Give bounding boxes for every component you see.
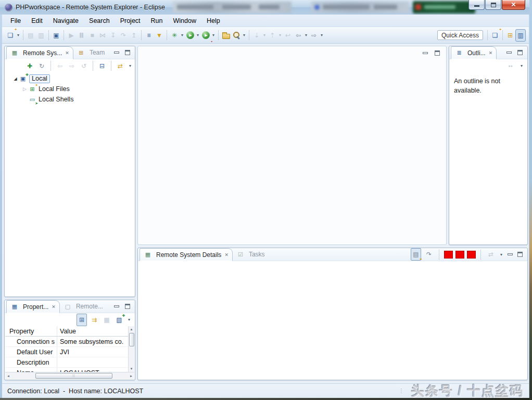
new-wizard-dropdown[interactable]: ▾ [16,33,21,37]
menu-file[interactable]: File [5,16,26,26]
step-over-button[interactable]: ↷ [118,29,129,42]
menu-edit[interactable]: Edit [26,16,48,26]
close-view-icon[interactable]: ✕ [65,50,69,56]
forward-dropdown[interactable]: ▾ [319,33,324,37]
tree-item-local-files[interactable]: ▷ ⊞✦ Local Files [5,84,135,94]
new-connection-button[interactable]: ✚ [24,60,35,72]
view-menu-dropdown[interactable]: ▾ [126,317,132,322]
close-button[interactable]: ✕ [502,0,525,10]
open-perspective-button[interactable]: ❏ ✦ [490,29,500,42]
table-row[interactable]: Name LOCALHOST [5,368,128,372]
scrollbar-thumb[interactable] [35,373,112,379]
maximize-view-button[interactable] [124,303,131,310]
show-tree-button[interactable]: ⊞ [77,314,87,326]
tab-remote-system-details[interactable]: ▦ Remote System Details ✕ [140,248,233,261]
tab-properties[interactable]: ▦ Propert... ✕ [6,300,60,313]
back-button[interactable]: ⇦ [293,29,303,42]
minimize-view-button[interactable] [506,251,514,258]
perspective-team-button[interactable]: ⊞ [505,29,515,42]
disconnect-button[interactable]: ⋈ [97,29,108,42]
run-button[interactable]: ▶ [185,29,195,42]
tab-outline[interactable]: ≣ Outli... ✕ [451,46,497,59]
refresh-details-button[interactable]: ↷ [424,248,434,261]
minimize-view-button[interactable] [505,49,513,56]
tree-item-local[interactable]: ◢ ▣✚ Local [5,73,135,84]
quick-access-input[interactable]: Quick Access [437,30,483,40]
launch-terminal-button[interactable]: ▣ [51,29,61,42]
back-dropdown[interactable]: ▾ [303,33,309,37]
column-header-property[interactable]: Property [5,326,57,336]
menu-search[interactable]: Search [84,16,115,26]
link-with-editor-button[interactable]: ⇄ [115,60,125,72]
maximize-view-button[interactable] [516,49,524,56]
menu-help[interactable]: Help [201,16,225,26]
up-button[interactable]: ↺ [79,60,89,72]
maximize-editor-button[interactable] [434,49,441,56]
new-wizard-button[interactable]: ❏ ✦ [5,29,16,42]
new-properties-view-button[interactable]: ▧✚ [114,314,124,326]
scroll-right-icon[interactable]: ► [128,373,134,379]
step-return-button[interactable]: ↥ [129,29,139,42]
suspend-button[interactable]: ▌▌ [77,29,87,42]
collapse-all-button[interactable]: ⊟ [97,60,107,72]
focus-icon[interactable]: ●● [506,61,515,70]
launch-history-button[interactable]: ≡ [144,29,154,42]
vertical-scrollbar[interactable]: ▲ ▼ [128,326,134,372]
maximize-view-button[interactable] [124,49,131,56]
external-tools-dropdown[interactable]: ▾ [211,33,216,37]
last-edit-location-button[interactable]: ↩ [283,29,293,42]
scrollbar-thumb[interactable] [129,333,134,346]
close-view-icon[interactable]: ✕ [52,304,56,309]
previous-annotation-dropdown[interactable]: ▾ [277,33,283,37]
expander-open-icon[interactable]: ◢ [12,76,19,81]
table-row[interactable]: Description [5,357,128,368]
close-view-icon[interactable]: ✕ [489,50,493,56]
minimize-view-button[interactable] [113,303,120,310]
expander-closed-icon[interactable]: ▷ [21,86,28,92]
scroll-down-icon[interactable]: ▼ [129,366,135,372]
tab-remote-systems[interactable]: ▦ Remote Sys... ✕ [6,46,73,59]
debug-button[interactable]: ✳ [169,29,180,42]
minimize-editor-button[interactable] [422,49,429,56]
menu-window[interactable]: Window [168,16,201,26]
scroll-up-icon[interactable]: ▲ [129,326,135,332]
save-all-button[interactable]: ▥ [36,29,46,42]
forward-button[interactable]: ⇨ [309,29,319,42]
back-view-button[interactable]: ⇦ [55,60,65,72]
column-header-value[interactable]: Value [57,328,128,335]
table-row[interactable]: Default User JVI [5,347,128,357]
menu-project[interactable]: Project [115,16,146,26]
view-menu-dropdown[interactable]: ▾ [129,63,132,68]
debug-dropdown[interactable]: ▾ [180,33,185,37]
tab-team[interactable]: ⊞ Team [73,46,108,59]
terminate-button[interactable]: ■ [87,29,97,42]
close-view-icon[interactable]: ✕ [224,252,229,257]
search-dropdown[interactable]: ▾ [242,33,247,37]
view-menu-dropdown[interactable]: ▾ [499,252,504,257]
switch-view-button[interactable]: ⇄ [486,248,496,261]
minimize-button[interactable] [468,0,485,10]
run-dropdown[interactable]: ▾ [195,33,200,37]
launch-filter-button[interactable]: ▼ [154,29,164,42]
horizontal-scrollbar[interactable]: ◄ ► [5,372,134,379]
next-annotation-dropdown[interactable]: ▾ [262,33,267,37]
show-categories-button[interactable]: ▦ [102,314,112,326]
menu-run[interactable]: Run [146,16,168,26]
tree-item-local-shells[interactable]: ▭➤ Local Shells [5,94,135,105]
table-row[interactable]: Connection s Some subsystems co. [5,337,128,347]
next-annotation-button[interactable]: ⇣ [251,29,262,42]
open-file-button[interactable] [221,29,231,42]
search-button[interactable] [231,29,242,42]
resume-button[interactable]: ▶ [66,29,77,42]
forward-view-button[interactable]: ⇨ [67,60,77,72]
previous-annotation-button[interactable]: ⇡ [267,29,277,42]
tab-remote-monitor[interactable]: ▢ Remote... [60,300,107,313]
perspective-remote-system-explorer-button[interactable]: ▥ [515,29,526,42]
lock-layout-button[interactable]: ▤● [411,248,421,261]
tab-tasks[interactable]: ☑ Tasks [233,248,269,261]
refresh-button[interactable]: ↻ [36,60,47,72]
maximize-button[interactable] [485,0,501,10]
minimize-view-button[interactable] [113,49,120,56]
run-external-tools-button[interactable]: ▶ ▪ [200,29,211,42]
save-button[interactable]: ▤ [26,29,36,42]
